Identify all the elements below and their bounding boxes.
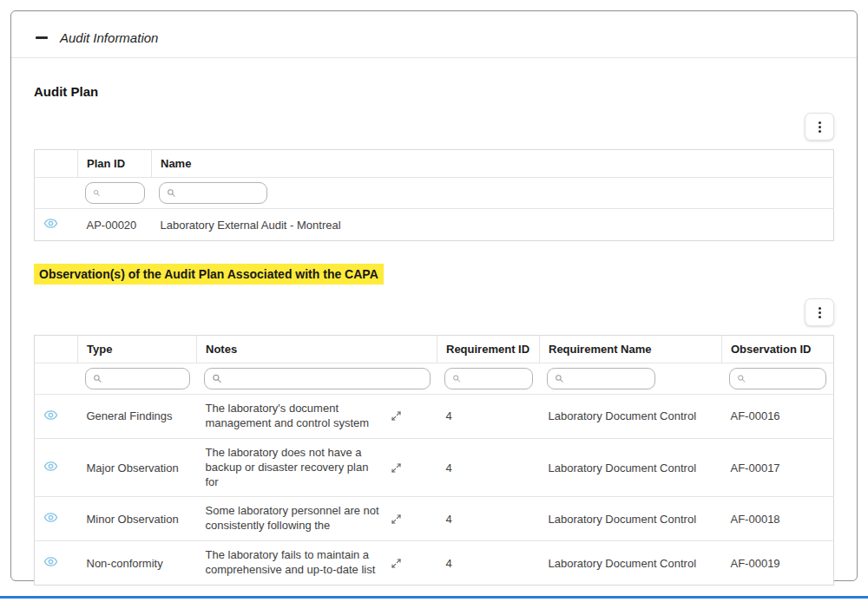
requirement-id-cell: 4 [437,438,540,497]
search-icon [212,373,222,384]
notes-cell: Some laboratory personnel are not consis… [206,504,384,533]
observations-header-row: Type Notes Requirement ID Requirement Na… [35,336,834,363]
col-header-type[interactable]: Type [78,336,197,363]
divider [11,57,857,58]
search-icon [555,373,564,384]
audit-plan-menu-button[interactable] [805,113,834,141]
col-header-view [35,336,78,363]
notes-cell: The laboratory fails to maintain a compr… [206,548,384,578]
type-filter-input[interactable] [107,371,181,386]
observation-id-filter-input[interactable] [751,371,819,386]
expand-notes-icon[interactable] [391,514,402,525]
observations-toolbar [34,298,834,326]
search-icon [167,187,176,199]
col-header-observation-id[interactable]: Observation ID [722,336,834,363]
observation-id-cell: AF-00017 [722,438,834,497]
table-row: Minor Observation Some laboratory person… [35,497,834,541]
view-record-eye-icon[interactable] [43,510,58,525]
search-icon [452,373,461,384]
name-filter [159,182,267,204]
requirement-id-cell: 4 [437,541,540,586]
observations-menu-button[interactable] [805,298,834,326]
view-record-eye-icon[interactable] [43,459,58,474]
table-row: General Findings The laboratory's docume… [35,395,834,439]
expand-notes-icon[interactable] [391,558,402,569]
type-cell: Minor Observation [78,497,197,541]
notes-cell: The laboratory does not have a backup or… [206,446,384,490]
col-header-notes[interactable]: Notes [197,336,437,363]
expand-notes-icon[interactable] [391,410,402,422]
col-header-plan-id[interactable]: Plan ID [78,150,152,178]
observation-id-cell: AF-00019 [722,541,834,586]
requirement-name-cell: Laboratory Document Control [540,395,722,439]
name-filter-input[interactable] [181,186,259,200]
bottom-accent-bar [0,596,868,599]
observations-filter-row [35,363,834,395]
observations-table: Type Notes Requirement ID Requirement Na… [34,335,834,586]
observation-id-filter [729,368,827,389]
audit-plan-table: Plan ID Name [34,149,834,241]
audit-plan-heading: Audit Plan [34,84,834,99]
requirement-id-filter [444,368,533,389]
requirement-name-cell: Laboratory Document Control [540,438,722,497]
col-header-view [35,150,78,178]
plan-name-cell: Laboratory External Audit - Montreal [152,209,834,241]
requirement-id-cell: 4 [437,497,540,541]
section-content: Audit Plan Plan ID Name [11,84,857,586]
plan-id-filter [85,182,145,204]
requirement-name-cell: Laboratory Document Control [540,541,722,586]
col-header-name[interactable]: Name [152,150,834,178]
search-icon [93,373,102,384]
notes-filter [204,368,431,389]
kebab-menu-icon [819,126,821,128]
observation-id-cell: AF-00018 [722,497,834,541]
requirement-name-filter-input[interactable] [569,371,647,386]
kebab-menu-icon [819,311,821,314]
expand-notes-icon[interactable] [391,462,402,474]
type-cell: Major Observation [78,438,197,497]
collapse-icon[interactable] [36,36,48,39]
type-filter [85,368,190,389]
notes-cell: The laboratory's document management and… [206,402,384,431]
table-row: AP-00020 Laboratory External Audit - Mon… [35,209,834,241]
section-title: Audit Information [60,30,158,45]
view-record-eye-icon[interactable] [43,554,58,569]
search-icon [737,373,746,384]
audit-plan-header-row: Plan ID Name [35,150,834,178]
requirement-name-filter [547,368,655,389]
observations-heading: Observation(s) of the Audit Plan Associa… [34,264,384,285]
type-cell: Non-conformity [78,541,197,586]
observation-id-cell: AF-00016 [722,395,834,439]
audit-plan-toolbar [34,113,834,141]
requirement-id-cell: 4 [437,395,540,439]
col-header-requirement-id[interactable]: Requirement ID [437,336,540,363]
requirement-name-cell: Laboratory Document Control [540,497,722,541]
plan-id-filter-input[interactable] [105,186,136,200]
requirement-id-filter-input[interactable] [466,371,525,386]
notes-filter-input[interactable] [227,371,423,386]
audit-information-panel: Audit Information Audit Plan Plan ID Nam… [10,10,858,581]
audit-plan-filter-row [35,178,834,209]
view-record-eye-icon[interactable] [43,216,58,231]
col-header-requirement-name[interactable]: Requirement Name [540,336,722,363]
view-record-eye-icon[interactable] [43,408,58,422]
type-cell: General Findings [78,395,197,439]
plan-id-cell: AP-00020 [78,209,152,241]
search-icon [93,187,101,199]
section-header-audit-information[interactable]: Audit Information [11,11,857,45]
table-row: Non-conformity The laboratory fails to m… [35,541,834,586]
table-row: Major Observation The laboratory does no… [35,438,834,497]
